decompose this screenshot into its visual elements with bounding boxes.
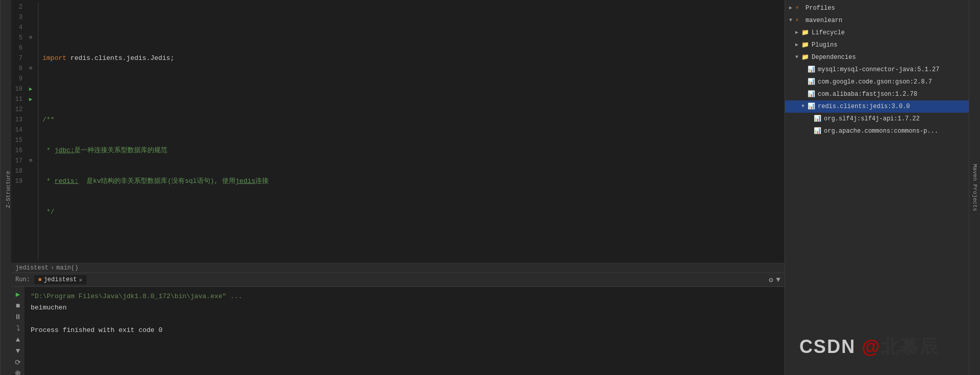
run-tab[interactable]: ■ jedistest ✕	[34, 275, 86, 284]
gutter-14	[26, 125, 36, 135]
maven-projects-tab[interactable]: Maven Projects	[969, 0, 980, 375]
gutter-12	[26, 105, 36, 115]
gutter-5: ⊖	[26, 33, 36, 43]
tree-label-pl: Plugins	[812, 40, 837, 50]
tree-label-lc: Lifecycle	[812, 28, 845, 38]
minimize-icon[interactable]: ▼	[776, 276, 780, 284]
gutter-18	[26, 166, 36, 176]
gutter-13	[26, 115, 36, 125]
maven-mavenlearn[interactable]: ▼ ⚡ mavenlearn	[785, 14, 969, 27]
run-pause-btn[interactable]: ⏸	[12, 312, 24, 322]
breadcrumb: jedistest › main()	[11, 263, 785, 273]
maven-icon-ml: ⚡	[795, 15, 803, 26]
gutter-17: ⊖	[26, 156, 36, 166]
tree-arrow: ▶	[789, 3, 795, 13]
run-body: ▶ ■ ⏸ ⤵ ▲ ▼ ⟳ 🗑 "D:\Program Files\Java\j…	[11, 287, 785, 375]
dep-icon-mysql: 📊	[808, 65, 816, 75]
maven-lifecycle[interactable]: ▶ 📁 Lifecycle	[785, 27, 969, 39]
settings-icon[interactable]: ⚙	[769, 276, 773, 284]
run-label: Run:	[15, 276, 30, 283]
line-num-14: 14	[11, 125, 26, 135]
tree-label-slf4j: org.slf4j:slf4j-api:1.7.22	[824, 114, 920, 124]
tree-label-jedis: redis.clients:jedis:3.0.0	[818, 101, 910, 112]
maven-dep-slf4j[interactable]: 📊 org.slf4j:slf4j-api:1.7.22	[785, 113, 969, 125]
gutter-6	[26, 43, 36, 53]
run-tab-label: jedistest	[43, 276, 77, 283]
tree-label-fastjson: com.alibaba:fastjson:1.2.78	[818, 89, 917, 99]
code-content: import redis.clients.jedis.Jedis; /** * …	[38, 2, 785, 261]
maven-dep-jedis[interactable]: ▼ 📊 redis.clients:jedis:3.0.0	[785, 100, 969, 113]
run-header-right: ⚙ ▼	[769, 276, 780, 284]
gutter-16	[26, 145, 36, 156]
maven-plugins[interactable]: ▶ 📁 Plugins	[785, 39, 969, 51]
tree-arrow: ▶	[795, 28, 801, 38]
line-num-2: 2	[11, 2, 26, 12]
maven-panel: ▶ ⚡ Profiles ▼ ⚡ mavenlearn ▶ 📁 Lifecycl…	[785, 0, 969, 375]
run-tab-close[interactable]: ✕	[79, 277, 82, 283]
folder-icon-dep: 📁	[801, 52, 810, 62]
tree-arrow: ▼	[801, 101, 808, 112]
dep-icon-fastjson: 📊	[808, 89, 816, 99]
code-line-3: import redis.clients.jedis.Jedis;	[42, 53, 780, 64]
tree-label-ml: mavenlearn	[805, 15, 842, 26]
line-num-9: 9	[11, 74, 26, 84]
line-num-16: 16	[11, 145, 26, 156]
maven-dep-fastjson[interactable]: 📊 com.alibaba:fastjson:1.2.78	[785, 88, 969, 100]
editor-area: 2 3 4 5 ⊖	[11, 0, 785, 375]
run-output-blank	[31, 314, 778, 325]
jar-icon-commons: 📊	[814, 126, 822, 136]
code-line-9	[42, 238, 780, 248]
maven-profiles[interactable]: ▶ ⚡ Profiles	[785, 2, 969, 14]
code-line-6: * jdbc:是一种连接关系型数据库的规范	[42, 145, 780, 156]
gutter-10[interactable]: ▶	[26, 84, 36, 94]
line-num-19: 19	[11, 176, 26, 186]
jar-icon-slf4j: 📊	[814, 114, 822, 124]
dep-icon-gson: 📊	[808, 77, 816, 87]
tree-label-dep: Dependencies	[812, 52, 856, 62]
run-panel-header: Run: ■ jedistest ✕ ⚙ ▼	[11, 273, 785, 287]
run-scroll-up-btn[interactable]: ▲	[12, 335, 24, 345]
breadcrumb-sep: ›	[51, 264, 54, 272]
tree-arrow: ▶	[795, 40, 801, 50]
maven-dep-commons[interactable]: 📊 org.apache.commons:commons-p...	[785, 125, 969, 137]
line-num-10: 10	[11, 84, 26, 94]
line-num-11: 11	[11, 94, 26, 105]
gutter-7	[26, 53, 36, 64]
gutter-11[interactable]: ▶	[26, 94, 36, 105]
code-line-5: /**	[42, 115, 780, 125]
line-num-3: 3	[11, 12, 26, 23]
run-wrap-btn[interactable]: ⟳	[12, 357, 24, 368]
structure-tab[interactable]: Z-Structure	[0, 0, 11, 375]
tree-label-mysql: mysql:mysql-connector-java:5.1.27	[818, 65, 940, 75]
breadcrumb-class: jedistest	[15, 264, 49, 272]
code-line-8: */	[42, 207, 780, 217]
gutter-9	[26, 74, 36, 84]
line-num-15: 15	[11, 135, 26, 145]
maven-dependencies[interactable]: ▼ 📁 Dependencies	[785, 51, 969, 64]
tree-label: Profiles	[805, 3, 835, 13]
gutter-3	[26, 12, 36, 23]
maven-icon: ⚡	[795, 3, 803, 13]
run-trash-btn[interactable]: 🗑	[12, 369, 24, 375]
tree-label-commons: org.apache.commons:commons-p...	[824, 126, 938, 136]
maven-dep-mysql[interactable]: 📊 mysql:mysql-connector-java:5.1.27	[785, 64, 969, 76]
code-line-2	[42, 23, 780, 33]
gutter-15	[26, 135, 36, 145]
line-num-4: 4	[11, 23, 26, 33]
run-step-btn[interactable]: ⤵	[12, 323, 24, 334]
run-output-text: beimuchen	[31, 302, 778, 314]
gutter-19	[26, 176, 36, 186]
run-side-buttons: ▶ ■ ⏸ ⤵ ▲ ▼ ⟳ 🗑	[11, 287, 25, 375]
run-play-btn[interactable]: ▶	[12, 289, 24, 300]
maven-dep-gson[interactable]: 📊 com.google.code.gson:gson:2.8.7	[785, 76, 969, 88]
line-num-6: 6	[11, 43, 26, 53]
line-num-18: 18	[11, 166, 26, 176]
run-content: "D:\Program Files\Java\jdk1.8.0_172\bin\…	[25, 287, 785, 375]
gutter-8: ⊖	[26, 64, 36, 74]
tree-label-gson: com.google.code.gson:gson:2.8.7	[818, 77, 932, 87]
run-stop-btn[interactable]: ■	[12, 301, 24, 311]
line-num-5: 5	[11, 33, 26, 43]
code-line-4	[42, 84, 780, 94]
code-container: 2 3 4 5 ⊖	[11, 0, 785, 263]
run-scroll-down-btn[interactable]: ▼	[12, 346, 24, 356]
